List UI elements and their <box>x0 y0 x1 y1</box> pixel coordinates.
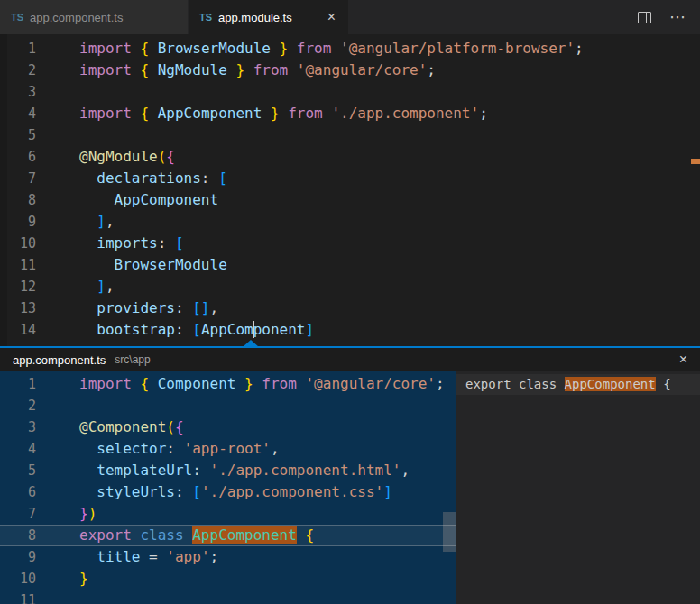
code-line[interactable]: 10} <box>0 568 456 590</box>
line-number[interactable]: 3 <box>0 416 36 438</box>
code-token: } <box>235 61 244 78</box>
peek-close-icon[interactable]: × <box>676 352 691 368</box>
peek-title-bar[interactable]: app.component.ts src\app × <box>0 348 700 371</box>
code-line[interactable]: 5 templateUrl: './app.component.html', <box>0 460 456 481</box>
code-line[interactable]: 4 selector: 'app-root', <box>0 438 456 460</box>
code-line[interactable]: 4import { AppComponent } from './app.com… <box>0 103 700 124</box>
code-line[interactable]: 1import { BrowserModule } from '@angular… <box>0 38 700 59</box>
editor-actions: ⋯ <box>638 0 700 34</box>
close-tab-icon[interactable]: × <box>326 9 337 25</box>
code-line[interactable]: 8export class AppComponent { <box>0 525 456 546</box>
line-number[interactable]: 2 <box>0 395 36 416</box>
code-token: [ <box>192 483 201 500</box>
code-text: styleUrls: ['./app.component.css'] <box>36 481 392 503</box>
reference-result-row[interactable]: export class AppComponent { <box>456 374 700 395</box>
line-number[interactable]: 8 <box>0 189 36 211</box>
line-number[interactable]: 7 <box>0 168 36 189</box>
peek-editor[interactable]: 1import { Component } from '@angular/cor… <box>0 371 456 604</box>
more-actions-icon[interactable]: ⋯ <box>669 9 686 25</box>
code-line[interactable]: 14 bootstrap: [AppComponent] <box>0 319 700 341</box>
overview-ruler-marker[interactable] <box>691 159 700 164</box>
line-number[interactable]: 4 <box>0 438 36 460</box>
code-token: imports <box>97 234 157 252</box>
code-token: } <box>271 105 280 122</box>
peek-results-list[interactable]: export class AppComponent { <box>456 371 700 604</box>
code-token: @Component <box>79 418 166 435</box>
tab-app-component-ts[interactable]: TS app.component.ts <box>0 0 189 34</box>
code-token: declarations <box>97 169 201 187</box>
code-line[interactable]: 10 imports: [ <box>0 233 700 254</box>
line-number[interactable]: 1 <box>0 373 36 395</box>
code-token: ] <box>97 278 106 295</box>
code-line[interactable]: 7 declarations: [ <box>0 168 700 189</box>
code-line[interactable]: 5 <box>0 124 700 146</box>
line-number[interactable]: 5 <box>0 124 36 146</box>
code-token <box>79 299 97 316</box>
code-text: import { Component } from '@angular/core… <box>36 373 445 395</box>
code-line[interactable]: 3@Component({ <box>0 416 456 438</box>
line-number[interactable]: 14 <box>0 319 36 341</box>
code-token: , <box>401 462 410 479</box>
code-line[interactable]: 11 BrowserModule <box>0 254 700 276</box>
code-line[interactable]: 2import { NgModule } from '@angular/core… <box>0 59 700 81</box>
editor-app-module[interactable]: 1import { BrowserModule } from '@angular… <box>0 34 700 346</box>
code-token: : <box>175 321 192 338</box>
code-token <box>79 234 97 252</box>
code-line[interactable]: 9 ], <box>0 211 700 233</box>
code-token: { <box>305 526 314 544</box>
code-line[interactable]: 2 <box>0 395 456 416</box>
code-line[interactable]: 7}) <box>0 503 456 525</box>
code-token: } <box>79 570 88 587</box>
code-line[interactable]: 3 <box>0 81 700 103</box>
code-token: { <box>140 375 149 392</box>
line-number[interactable]: 13 <box>0 297 36 319</box>
code-token: title <box>97 548 140 565</box>
code-text: ], <box>36 276 115 297</box>
tab-app-module-ts[interactable]: TS app.module.ts × <box>189 0 348 34</box>
line-number[interactable]: 6 <box>0 481 36 503</box>
split-editor-icon[interactable] <box>638 12 651 23</box>
code-token <box>79 321 97 338</box>
line-number[interactable]: 3 <box>0 81 36 103</box>
code-line[interactable]: 6 styleUrls: ['./app.component.css'] <box>0 481 456 503</box>
code-token: ( <box>158 148 167 165</box>
peek-path: src\app <box>115 353 150 366</box>
code-line[interactable]: 1import { Component } from '@angular/cor… <box>0 373 456 395</box>
line-number[interactable]: 10 <box>0 568 36 590</box>
code-token: from <box>288 40 340 57</box>
line-number[interactable]: 5 <box>0 460 36 481</box>
code-token: ] <box>383 483 392 500</box>
code-text <box>36 395 79 416</box>
code-text: AppComponent <box>36 189 218 211</box>
code-token: ; <box>436 375 445 392</box>
line-number[interactable]: 11 <box>0 590 36 604</box>
code-token: { <box>656 377 671 391</box>
line-number[interactable]: 9 <box>0 546 36 568</box>
code-line[interactable]: 6@NgModule({ <box>0 146 700 168</box>
code-text: @Component({ <box>36 416 184 438</box>
line-number[interactable]: 9 <box>0 211 36 233</box>
code-token: providers <box>97 299 175 316</box>
code-line[interactable]: 12 ], <box>0 276 700 297</box>
code-line[interactable]: 8 AppComponent <box>0 189 700 211</box>
code-token: { <box>140 105 149 122</box>
code-line[interactable]: 13 providers: [], <box>0 297 700 319</box>
line-number[interactable]: 7 <box>0 503 36 525</box>
code-token: ; <box>427 61 436 78</box>
code-token <box>79 483 97 500</box>
line-number[interactable]: 1 <box>0 38 36 59</box>
code-token: { <box>175 418 184 435</box>
code-text: templateUrl: './app.component.html', <box>36 460 410 481</box>
line-number[interactable]: 11 <box>0 254 36 276</box>
line-number[interactable]: 6 <box>0 146 36 168</box>
code-line[interactable]: 9 title = 'app'; <box>0 546 456 568</box>
line-number[interactable]: 8 <box>0 525 36 546</box>
line-number[interactable]: 10 <box>0 233 36 254</box>
code-text: bootstrap: [AppComponent] <box>36 319 314 341</box>
code-line[interactable]: 11 <box>0 590 456 604</box>
line-number[interactable]: 2 <box>0 59 36 81</box>
line-number[interactable]: 4 <box>0 103 36 124</box>
code-token: } <box>280 40 289 57</box>
code-token <box>79 169 97 187</box>
line-number[interactable]: 12 <box>0 276 36 297</box>
